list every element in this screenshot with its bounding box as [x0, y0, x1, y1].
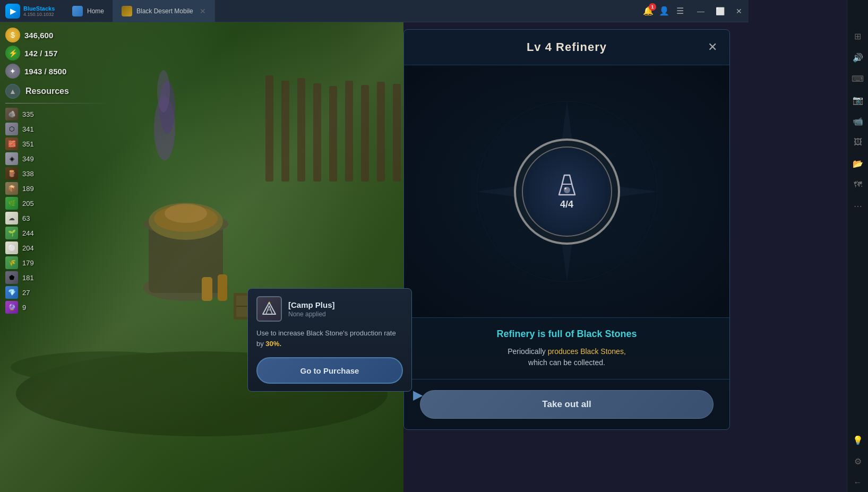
sidebar-screenshot-icon[interactable]: 📷: [848, 90, 867, 109]
resource-value-1: 341: [22, 125, 34, 133]
bluestacks-logo-icon: ▶: [5, 4, 20, 19]
resource-value-11: 181: [22, 274, 34, 282]
notification-icon[interactable]: 🔔 1: [642, 5, 654, 17]
camp-plus-sub: None applied: [288, 310, 335, 318]
svg-point-12: [157, 70, 170, 113]
tab-game[interactable]: Black Desert Mobile ✕: [113, 0, 215, 22]
svg-point-41: [564, 187, 566, 189]
svg-rect-9: [393, 84, 401, 182]
svg-rect-20: [218, 274, 227, 301]
info-desc: Periodically produces Black Stones, whic…: [420, 346, 714, 368]
arrow-connector: ▶: [413, 387, 423, 402]
svg-rect-2: [281, 81, 289, 182]
dialog-header: Lv 4 Refinery ✕: [404, 30, 729, 65]
account-icon[interactable]: 👤: [658, 5, 670, 17]
window-controls: — ⬜ ✕: [691, 0, 749, 22]
resource-row-13: 🔮 9: [5, 301, 122, 314]
tooltip-header: + [Camp Plus] None applied: [256, 296, 403, 322]
tab-game-label: Black Desert Mobile: [136, 7, 193, 15]
gold-value: 346,600: [24, 31, 53, 40]
svg-rect-6: [345, 81, 353, 182]
sidebar-gallery-icon[interactable]: 🖼: [848, 133, 867, 152]
resource-icon-cotton2: ⚪: [5, 241, 18, 254]
svg-rect-3: [297, 78, 305, 182]
info-section: Refinery is full of Black Stones Periodi…: [404, 317, 729, 379]
resource-value-8: 244: [22, 229, 34, 237]
notification-badge: 1: [649, 3, 656, 11]
sidebar-sound-icon[interactable]: 🔊: [848, 48, 867, 67]
resource-icon-leaf: 🌿: [5, 197, 18, 210]
resource-icon-bundle: 📦: [5, 182, 18, 195]
camp-plus-tooltip: + [Camp Plus] None applied Use to increa…: [247, 288, 412, 392]
svg-rect-1: [265, 75, 273, 182]
go-to-purchase-button[interactable]: Go to Purchase: [256, 357, 403, 384]
resource-value-3: 349: [22, 155, 34, 163]
resource-value-13: 9: [22, 304, 26, 312]
resources-title: Resources: [25, 87, 69, 96]
resource-row-12: 💎 27: [5, 286, 122, 299]
info-desc-plain: Periodically: [508, 347, 546, 356]
resource-icon-herb2: 🌾: [5, 256, 18, 269]
svg-point-18: [165, 204, 207, 223]
resource-icon-stone: 🪨: [5, 108, 18, 120]
resource-value-0: 335: [22, 110, 34, 118]
info-title: Refinery is full of Black Stones: [420, 329, 714, 340]
gold-icon: $: [5, 28, 20, 42]
sidebar-more-icon[interactable]: ⋯: [848, 196, 867, 215]
resource-value-7: 63: [22, 214, 30, 222]
resource-icon-cotton: ☁: [5, 212, 18, 225]
minimize-button[interactable]: —: [691, 0, 710, 22]
tab-game-close[interactable]: ✕: [200, 7, 206, 15]
hud-gold: $ 346,600: [5, 28, 122, 42]
resources-toggle[interactable]: ▲: [5, 84, 20, 99]
sidebar-map-icon[interactable]: 🗺: [848, 175, 867, 194]
resources-section: ▲ Resources 🪨 335 ⬡ 341 🧱 351 ◈ 349 🪵 33…: [5, 84, 122, 314]
resource-value-6: 205: [22, 200, 34, 208]
sidebar-back-icon[interactable]: ←: [848, 473, 867, 492]
resource-row-6: 🌿 205: [5, 197, 122, 210]
resource-divider: [5, 103, 111, 103]
tab-game-icon: [122, 6, 132, 16]
dialog-close-button[interactable]: ✕: [704, 39, 721, 56]
sidebar-light-icon[interactable]: 💡: [848, 430, 867, 450]
circle-inner: 4/4: [522, 146, 612, 237]
camp-plus-icon: +: [256, 296, 282, 322]
tooltip-name-block: [Camp Plus] None applied: [288, 300, 335, 318]
tab-home-icon: [72, 6, 83, 16]
resource-row-7: ☁ 63: [5, 212, 122, 225]
resources-header: ▲ Resources: [5, 84, 122, 99]
info-desc-highlight: produces Black Stones,: [548, 347, 626, 356]
resource-icon-silver: ◈: [5, 152, 18, 165]
resource-icon-wood: 🧱: [5, 137, 18, 150]
sidebar-record-icon[interactable]: 📹: [848, 111, 867, 131]
menu-icon[interactable]: ☰: [674, 5, 686, 17]
left-hud: $ 346,600 ⚡ 142 / 157 ✦ 1943 / 8500 ▲ Re…: [0, 22, 127, 321]
emblem-container: 4/4: [482, 107, 652, 277]
sidebar-settings-icon[interactable]: ⚙: [848, 452, 867, 471]
bluestacks-version: 4.150.10.1032: [23, 12, 55, 17]
sidebar-files-icon[interactable]: 📂: [848, 154, 867, 173]
take-all-button[interactable]: Take out all: [420, 390, 714, 419]
resource-row-0: 🪨 335: [5, 108, 122, 120]
camp-plus-name: [Camp Plus]: [288, 300, 335, 309]
resource-value-9: 204: [22, 244, 34, 252]
refinery-dialog: Lv 4 Refinery ✕: [403, 29, 730, 430]
tab-home[interactable]: Home: [64, 0, 113, 22]
bluestacks-topbar: ▶ BlueStacks 4.150.10.1032 Home Black De…: [0, 0, 749, 22]
resource-icon-gem: 🔮: [5, 301, 18, 314]
maximize-button[interactable]: ⬜: [710, 0, 729, 22]
sidebar-keyboard-icon[interactable]: ⌨: [848, 69, 867, 88]
resource-row-5: 📦 189: [5, 182, 122, 195]
tab-home-label: Home: [87, 7, 104, 15]
topbar-icons: 🔔 1 👤 ☰: [637, 5, 691, 17]
bluestacks-name: BlueStacks: [23, 5, 55, 12]
resource-icon-logs: 🪵: [5, 167, 18, 180]
xp-icon: ✦: [5, 64, 20, 79]
sidebar-expand-icon[interactable]: ⊞: [848, 27, 867, 46]
svg-rect-19: [202, 277, 212, 301]
close-button[interactable]: ✕: [729, 0, 749, 22]
tooltip-description: Use to increase Black Stone's production…: [256, 328, 403, 349]
resource-value-5: 189: [22, 185, 34, 193]
hud-energy: ⚡ 142 / 157: [5, 46, 122, 61]
svg-rect-7: [361, 85, 369, 182]
